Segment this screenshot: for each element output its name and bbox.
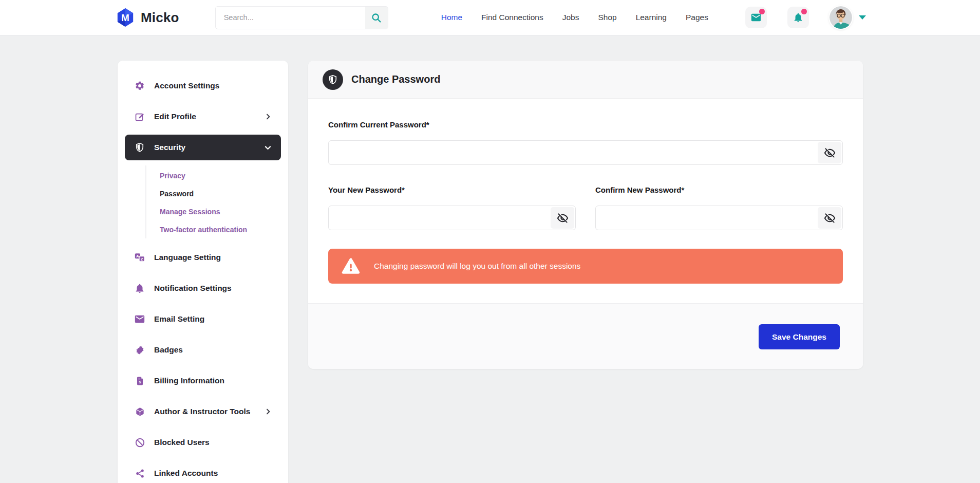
nav-item: Shop (598, 13, 616, 22)
chevron-down-icon (263, 143, 272, 152)
new-password-input[interactable] (329, 206, 575, 230)
sidebar-item-billing-information[interactable]: $Billing Information (125, 368, 281, 394)
sidebar-item-label: Language Setting (154, 253, 221, 262)
svg-text:M: M (121, 12, 129, 23)
sidebar-item-linked-accounts[interactable]: Linked Accounts (125, 460, 281, 483)
brand-name: Micko (141, 10, 179, 26)
user-menu[interactable] (830, 6, 866, 29)
sidebar-item-language-setting[interactable]: AZLanguage Setting (125, 245, 281, 270)
notifications-button[interactable] (787, 7, 809, 28)
toggle-new-password-button[interactable] (551, 207, 574, 229)
search-button[interactable] (365, 7, 388, 29)
card-footer: Save Changes (308, 303, 863, 369)
new-password-label: Your New Password* (328, 185, 576, 195)
submenu-item-manage-sessions[interactable]: Manage Sessions (146, 202, 281, 220)
warning-icon (340, 256, 362, 276)
nav-link-find-connections[interactable]: Find Connections (481, 13, 543, 22)
sidebar-item-edit-profile[interactable]: Edit Profile (125, 104, 281, 129)
sidebar-item-account-settings[interactable]: Account Settings (125, 73, 281, 99)
submenu-item-privacy[interactable]: Privacy (146, 166, 281, 184)
page-title: Change Password (351, 73, 440, 85)
search-icon (371, 12, 382, 23)
top-navbar: M Micko HomeFind ConnectionsJobsShopLear… (0, 0, 980, 35)
confirm-password-input-wrap (595, 206, 843, 230)
search-form (215, 6, 388, 29)
toggle-current-password-button[interactable] (818, 142, 841, 163)
nav-item: Find Connections (481, 13, 543, 22)
current-password-group: Confirm Current Password* (328, 120, 843, 165)
sidebar-item-notification-settings[interactable]: Notification Settings (125, 275, 281, 301)
confirm-password-input[interactable] (596, 206, 842, 230)
sidebar-item-label: Account Settings (154, 81, 219, 90)
sidebar-item-label: Billing Information (154, 376, 224, 385)
chevron-right-icon (264, 113, 272, 121)
nav-links: HomeFind ConnectionsJobsShopLearningPage… (441, 13, 708, 22)
sidebar-item-email-setting[interactable]: Email Setting (125, 306, 281, 332)
new-password-group: Your New Password* (328, 185, 576, 230)
gear-icon (134, 81, 146, 91)
toggle-confirm-password-button[interactable] (818, 207, 841, 229)
sidebar-item-label: Badges (154, 345, 183, 355)
nav-link-learning[interactable]: Learning (636, 13, 667, 22)
sidebar-item-label: Blocked Users (154, 438, 210, 447)
new-password-row: Your New Password* Confirm New Password* (328, 185, 843, 230)
eye-slash-icon (824, 212, 836, 224)
change-password-card: Change Password Confirm Current Password… (308, 61, 863, 369)
sidebar-item-label: Security (154, 143, 185, 152)
sidebar-item-label: Edit Profile (154, 112, 196, 121)
submenu-item-password[interactable]: Password (146, 184, 281, 202)
sidebar-item-author-instructor-tools[interactable]: Author & Instructor Tools (125, 399, 281, 424)
user-avatar (830, 6, 852, 29)
settings-sidebar: Account SettingsEdit ProfileSecurityPriv… (118, 61, 288, 483)
confirm-password-group: Confirm New Password* (595, 185, 843, 230)
chevron-right-icon (264, 407, 272, 416)
nav-item: Learning (636, 13, 667, 22)
svg-text:A: A (136, 254, 139, 258)
sidebar-item-security[interactable]: Security (125, 135, 281, 160)
bell-icon (134, 283, 146, 294)
messages-button[interactable] (745, 7, 767, 28)
sidebar-item-label: Author & Instructor Tools (154, 407, 250, 416)
navbar-actions (745, 6, 866, 29)
micko-logo-icon: M (116, 8, 135, 27)
search-input[interactable] (216, 7, 365, 29)
chevron-down-icon (859, 15, 866, 20)
eye-slash-icon (824, 147, 836, 159)
cube-icon (134, 406, 146, 417)
current-password-input[interactable] (329, 141, 842, 164)
nav-item: Pages (686, 13, 708, 22)
shield-icon (134, 142, 146, 153)
svg-text:$: $ (139, 380, 141, 384)
nav-link-shop[interactable]: Shop (598, 13, 616, 22)
nav-link-jobs[interactable]: Jobs (562, 13, 579, 22)
alert-text: Changing password will log you out from … (374, 262, 580, 271)
brand-logo[interactable]: M Micko (116, 8, 179, 27)
nav-link-pages[interactable]: Pages (686, 13, 708, 22)
shield-icon (323, 69, 343, 90)
sidebar-item-blocked-users[interactable]: Blocked Users (125, 430, 281, 455)
translate-icon: AZ (134, 252, 146, 263)
card-body: Confirm Current Password* Your New Passw… (308, 99, 863, 303)
sidebar-item-badges[interactable]: Badges (125, 337, 281, 363)
shield-glyph (328, 75, 338, 85)
card-header: Change Password (308, 61, 863, 99)
security-submenu: PrivacyPasswordManage SessionsTwo-factor… (145, 165, 281, 238)
nav-link-home[interactable]: Home (441, 13, 462, 22)
badge-icon (134, 345, 146, 356)
new-password-input-wrap (328, 206, 576, 230)
save-changes-button[interactable]: Save Changes (759, 324, 840, 349)
nav-item: Home (441, 13, 462, 22)
password-warning-alert: Changing password will log you out from … (328, 249, 843, 284)
current-password-input-wrap (328, 140, 843, 165)
notifications-badge-dot (801, 9, 807, 14)
messages-badge-dot (759, 9, 765, 14)
ban-icon (134, 437, 146, 448)
confirm-password-label: Confirm New Password* (595, 185, 843, 195)
share-icon (134, 468, 146, 479)
submenu-item-two-factor-authentication[interactable]: Two-factor authentication (146, 220, 281, 238)
nav-item: Jobs (562, 13, 579, 22)
invoice-icon: $ (134, 376, 146, 386)
sidebar-item-label: Notification Settings (154, 284, 232, 293)
edit-icon (134, 112, 146, 122)
current-password-label: Confirm Current Password* (328, 120, 843, 129)
